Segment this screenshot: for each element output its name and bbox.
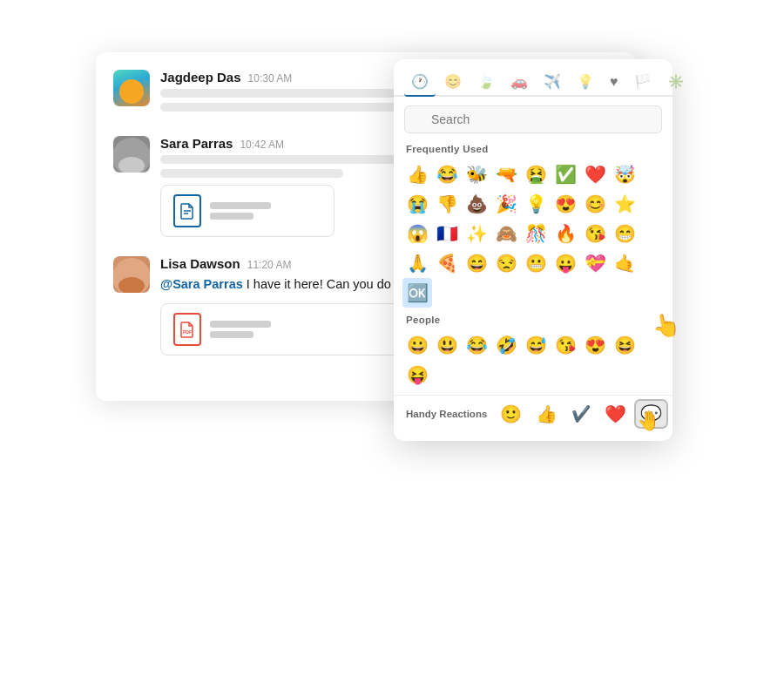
sender-name: Lisa Dawson <box>160 256 240 271</box>
handy-emoji-check[interactable]: ✔️ <box>567 402 595 426</box>
emoji-tabs: 🕐 😊 🍃 🚗 ✈️ 💡 ♥️ 🏳️ ✳️ <box>394 59 672 97</box>
emoji-item[interactable]: ⭐ <box>610 189 639 219</box>
pdf-info <box>210 321 271 338</box>
emoji-item[interactable]: 😀 <box>402 330 432 360</box>
file-icon <box>173 194 201 227</box>
emoji-item[interactable]: ✅ <box>551 159 580 189</box>
emoji-picker: 🕐 😊 🍃 🚗 ✈️ 💡 ♥️ 🏳️ ✳️ 🔍 Frequently Used … <box>394 59 672 441</box>
emoji-item[interactable]: 💝 <box>580 248 610 278</box>
emoji-search-wrap: 🔍 <box>394 97 672 139</box>
emoji-item[interactable]: 😘 <box>551 330 580 360</box>
pdf-size-placeholder <box>210 331 253 338</box>
emoji-item[interactable]: 🙈 <box>491 219 521 248</box>
mention: @Sara Parras <box>160 277 243 291</box>
file-info <box>210 202 271 220</box>
emoji-item[interactable]: 🔥 <box>551 219 580 248</box>
file-name-placeholder <box>210 202 271 209</box>
emoji-item[interactable]: 🍕 <box>432 248 462 278</box>
raised-hand-emoji: 🤚 <box>637 410 660 432</box>
emoji-item[interactable]: 😝 <box>402 360 432 390</box>
emoji-item[interactable]: 😭 <box>402 189 432 219</box>
emoji-item[interactable]: 😂 <box>462 330 491 360</box>
emoji-item[interactable]: 😊 <box>580 189 610 219</box>
avatar <box>113 70 150 106</box>
emoji-item[interactable]: 😄 <box>462 248 491 278</box>
tab-flags[interactable]: 🏳️ <box>627 68 659 97</box>
avatar <box>113 136 150 173</box>
emoji-item[interactable]: 🤣 <box>491 330 521 360</box>
svg-text:PDF: PDF <box>183 329 192 335</box>
file-attachment[interactable] <box>160 185 335 237</box>
handy-emoji-smile[interactable]: 🙂 <box>496 401 526 427</box>
emoji-item[interactable]: 🤮 <box>521 159 551 189</box>
tab-symbols[interactable]: ♥️ <box>603 69 625 97</box>
emoji-item[interactable]: 🇫🇷 <box>432 219 462 248</box>
tab-custom[interactable]: ✳️ <box>660 68 692 97</box>
emoji-item[interactable]: 💩 <box>462 189 491 219</box>
pdf-name-placeholder <box>210 321 271 328</box>
pdf-icon: PDF <box>173 313 201 346</box>
tab-nature[interactable]: 🍃 <box>470 68 502 97</box>
tab-activity[interactable]: ✈️ <box>537 68 568 97</box>
emoji-item[interactable]: 😬 <box>521 248 551 278</box>
emoji-item[interactable]: 😍 <box>580 330 610 360</box>
emoji-item[interactable]: 😘 <box>580 219 610 248</box>
emoji-item[interactable]: 😱 <box>402 219 432 248</box>
search-wrap: 🔍 <box>404 105 662 133</box>
handy-emoji-heart[interactable]: ❤️ <box>600 401 631 427</box>
message-placeholder <box>160 169 343 178</box>
emoji-item[interactable]: 😆 <box>610 330 639 360</box>
frequently-used-label: Frequently Used <box>394 139 672 158</box>
emoji-item[interactable]: ✨ <box>462 219 491 248</box>
people-label: People <box>394 309 672 329</box>
emoji-item[interactable]: 😁 <box>610 219 639 248</box>
file-size-placeholder <box>210 213 253 220</box>
emoji-item[interactable]: 🎉 <box>491 189 521 219</box>
sender-name: Sara Parras <box>160 136 233 151</box>
emoji-item[interactable]: 😂 <box>432 159 462 189</box>
emoji-item[interactable]: 🐝 <box>462 159 491 189</box>
emoji-item[interactable]: 🆗 <box>402 278 432 308</box>
tab-smileys[interactable]: 😊 <box>437 68 469 97</box>
handy-emoji-thumbsup[interactable]: 👍 <box>531 401 562 427</box>
emoji-item[interactable]: 🤙 <box>610 248 639 278</box>
tab-travel[interactable]: 🚗 <box>504 68 535 97</box>
emoji-item[interactable]: 🤯 <box>610 159 639 189</box>
handy-reactions-label: Handy Reactions <box>406 409 487 419</box>
timestamp: 10:30 AM <box>248 72 293 85</box>
avatar <box>113 256 150 293</box>
emoji-item[interactable]: 😃 <box>432 330 462 360</box>
emoji-item[interactable]: 🙏 <box>402 248 432 278</box>
handy-reactions: Handy Reactions 🙂 👍 ✔️ ❤️ 💬 🤚 <box>394 395 672 432</box>
emoji-item[interactable]: 😍 <box>551 189 580 219</box>
timestamp: 11:20 AM <box>247 259 292 271</box>
emoji-item[interactable]: 👎 <box>432 189 462 219</box>
emoji-search-input[interactable] <box>404 105 662 133</box>
timestamp: 10:42 AM <box>240 139 284 151</box>
emoji-item[interactable]: 😅 <box>521 330 551 360</box>
emoji-item[interactable]: 😛 <box>551 248 580 278</box>
emoji-item[interactable]: 🎊 <box>521 219 551 248</box>
emoji-item[interactable]: 🔫 <box>491 159 521 189</box>
emoji-item[interactable]: 💡 <box>521 189 551 219</box>
emoji-item[interactable]: ❤️ <box>580 159 610 189</box>
frequently-used-grid: 👍 😂 🐝 🔫 🤮 ✅ ❤️ 🤯 😭 👎 💩 🎉 💡 😍 😊 ⭐ 😱 🇫🇷 ✨ … <box>394 158 672 309</box>
tab-recent[interactable]: 🕐 <box>404 68 436 97</box>
sender-name: Jagdeep Das <box>160 70 241 85</box>
tab-objects[interactable]: 💡 <box>570 68 601 97</box>
emoji-item[interactable]: 😒 <box>491 248 521 278</box>
emoji-item[interactable]: 👍 <box>402 159 432 189</box>
people-grid: 😀 😃 😂 🤣 😅 😘 😍 😆 😝 <box>394 329 672 391</box>
